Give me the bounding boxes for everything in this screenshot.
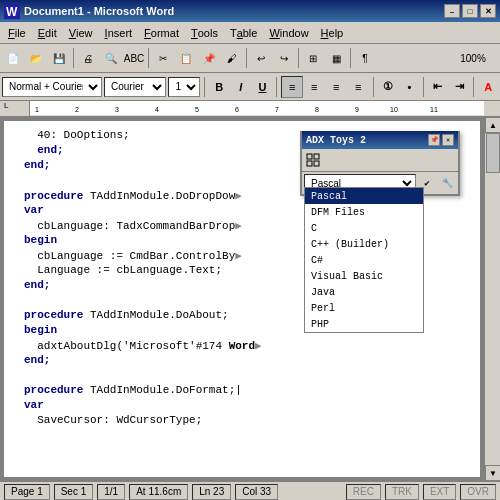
svg-text:3: 3: [115, 106, 119, 113]
spell-check-button[interactable]: ABC: [123, 47, 145, 69]
adx-close-button[interactable]: ✕: [442, 134, 454, 146]
numbering-button[interactable]: ①: [378, 76, 398, 98]
menu-view[interactable]: View: [63, 23, 99, 43]
align-right-button[interactable]: ≡: [325, 76, 347, 98]
copy-button[interactable]: 📋: [175, 47, 197, 69]
status-position: 1/1: [97, 484, 125, 500]
code-line-16: end;: [24, 354, 460, 369]
menu-help[interactable]: Help: [315, 23, 350, 43]
menu-window[interactable]: Window: [263, 23, 314, 43]
status-sec: Sec 1: [54, 484, 94, 500]
adx-dd-cpp[interactable]: C++ (Builder): [305, 236, 423, 252]
svg-text:2: 2: [75, 106, 79, 113]
close-button[interactable]: ✕: [480, 4, 496, 18]
svg-text:8: 8: [315, 106, 319, 113]
new-button[interactable]: 📄: [2, 47, 24, 69]
underline-button[interactable]: U: [253, 76, 273, 98]
undo-button[interactable]: ↩: [250, 47, 272, 69]
size-select[interactable]: 11: [168, 77, 200, 97]
align-center-button[interactable]: ≡: [303, 76, 325, 98]
alignment-buttons: ≡ ≡ ≡ ≡: [281, 76, 369, 98]
decrease-indent-button[interactable]: ⇤: [428, 76, 448, 98]
svg-rect-14: [307, 154, 312, 159]
separator-3: [246, 48, 247, 68]
adx-pin-button[interactable]: 📌: [428, 134, 440, 146]
print-preview-button[interactable]: 🔍: [100, 47, 122, 69]
paste-button[interactable]: 📌: [198, 47, 220, 69]
adx-title-bar: ADX Toys 2 📌 ✕: [302, 131, 458, 149]
adx-settings-button[interactable]: 🔧: [438, 174, 456, 192]
status-rec: REC: [346, 484, 381, 500]
adx-dd-csharp[interactable]: C#: [305, 252, 423, 268]
window-controls: – □ ✕: [444, 4, 496, 18]
italic-button[interactable]: I: [231, 76, 251, 98]
fmt-sep-5: [473, 77, 474, 97]
svg-text:10: 10: [390, 106, 398, 113]
align-left-button[interactable]: ≡: [281, 76, 303, 98]
menu-tools[interactable]: Tools: [185, 23, 224, 43]
insert-table-button[interactable]: ⊞: [302, 47, 324, 69]
adx-dd-vb[interactable]: Visual Basic: [305, 268, 423, 284]
svg-text:5: 5: [195, 106, 199, 113]
vertical-scrollbar: ▲ ▼: [484, 117, 500, 481]
menu-edit[interactable]: Edit: [32, 23, 63, 43]
save-button[interactable]: 💾: [48, 47, 70, 69]
menu-insert[interactable]: Insert: [99, 23, 139, 43]
status-page: Page 1: [4, 484, 50, 500]
minimize-button[interactable]: –: [444, 4, 460, 18]
format-painter-button[interactable]: 🖌: [221, 47, 243, 69]
adx-language-dropdown: Pascal DFM Files C C++ (Builder) C# Visu…: [304, 187, 424, 333]
svg-text:7: 7: [275, 106, 279, 113]
status-at: At 11.6cm: [129, 484, 188, 500]
ruler-scale: 1 2 3 4 5 6 7 8 9 10 11: [30, 101, 484, 116]
svg-text:W: W: [6, 5, 18, 19]
separator-4: [298, 48, 299, 68]
increase-indent-button[interactable]: ⇥: [450, 76, 470, 98]
scroll-up-button[interactable]: ▲: [485, 117, 500, 133]
adx-dd-perl[interactable]: Perl: [305, 300, 423, 316]
adx-dd-pascal[interactable]: Pascal: [305, 188, 423, 204]
redo-button[interactable]: ↪: [273, 47, 295, 69]
adx-dd-dfm[interactable]: DFM Files: [305, 204, 423, 220]
adx-grid-button[interactable]: [304, 151, 322, 169]
svg-text:1: 1: [35, 106, 39, 113]
code-line-15: adxtAboutDlg('Microsoft'#174 Word▶: [24, 339, 460, 354]
scroll-track[interactable]: [485, 133, 500, 465]
cut-button[interactable]: ✂: [152, 47, 174, 69]
ruler: L 1 2 3 4 5 6 7 8 9 10 11: [0, 101, 500, 117]
show-hide-button[interactable]: ¶: [354, 47, 376, 69]
maximize-button[interactable]: □: [462, 4, 478, 18]
adx-toolbar: [302, 149, 458, 172]
ruler-right-margin: [484, 101, 500, 116]
svg-text:4: 4: [155, 106, 159, 113]
fmt-sep-3: [373, 77, 374, 97]
status-bar: Page 1 Sec 1 1/1 At 11.6cm Ln 23 Col 33 …: [0, 481, 500, 500]
status-col: Col 33: [235, 484, 278, 500]
ruler-left-margin: L: [0, 101, 30, 116]
zoom-dropdown[interactable]: 100%: [448, 47, 498, 69]
adx-dd-php[interactable]: PHP: [305, 316, 423, 332]
fmt-sep-4: [423, 77, 424, 97]
justify-button[interactable]: ≡: [347, 76, 369, 98]
separator-5: [350, 48, 351, 68]
scroll-thumb[interactable]: [486, 133, 500, 173]
menu-file[interactable]: File: [2, 23, 32, 43]
font-color-button[interactable]: A: [478, 76, 498, 98]
svg-rect-17: [314, 161, 319, 166]
scroll-down-button[interactable]: ▼: [485, 465, 500, 481]
columns-button[interactable]: ▦: [325, 47, 347, 69]
style-select[interactable]: Normal + Courier: [2, 77, 102, 97]
adx-dd-c[interactable]: C: [305, 220, 423, 236]
font-select[interactable]: Courier: [104, 77, 166, 97]
code-line-19: var: [24, 399, 460, 414]
fmt-sep-1: [204, 77, 205, 97]
print-button[interactable]: 🖨: [77, 47, 99, 69]
menu-table[interactable]: Table: [224, 23, 264, 43]
bold-button[interactable]: B: [209, 76, 229, 98]
menu-format[interactable]: Format: [138, 23, 185, 43]
open-button[interactable]: 📂: [25, 47, 47, 69]
fmt-sep-2: [276, 77, 277, 97]
bullets-button[interactable]: •: [400, 76, 420, 98]
document[interactable]: 40: DoOptions; end; end; procedure TAddI…: [4, 121, 480, 477]
adx-dd-java[interactable]: Java: [305, 284, 423, 300]
